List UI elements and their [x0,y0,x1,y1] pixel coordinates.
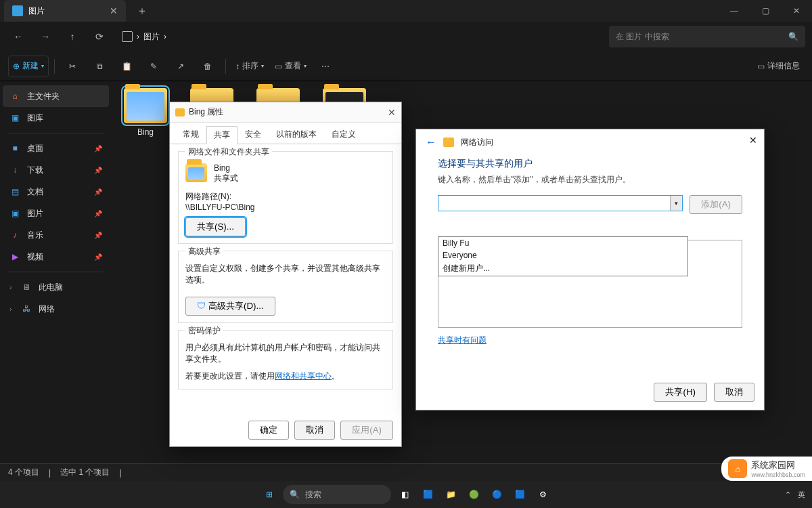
up-button[interactable]: ↑ [61,25,84,48]
taskbar: ⊞ 🔍搜索 ◧ 🟦 📁 🟢 🔵 🟦 ⚙ ⌃ 英 [0,481,812,508]
pin-icon: 📌 [94,210,102,217]
folder-icon [175,108,185,117]
share-confirm-button[interactable]: 共享(H) [654,383,707,402]
dialog-close-button[interactable]: ✕ [749,135,757,146]
video-icon: ▶ [9,251,20,262]
user-combobox[interactable]: ▾ [438,195,683,211]
details-icon: ▭ [757,62,765,71]
ok-button[interactable]: 确定 [248,421,289,440]
back-button[interactable]: ← [7,25,30,48]
task-view-button[interactable]: ◧ [395,485,414,504]
sidebar-item-gallery[interactable]: ▣图库 [3,107,109,129]
sidebar-label: 主文件夹 [27,91,60,102]
search-input[interactable]: 在 图片 中搜索 🔍 [609,26,805,47]
taskbar-app[interactable]: 🔵 [487,485,506,504]
back-button[interactable]: ← [426,136,436,148]
sidebar-item-thispc[interactable]: ›🖥此电脑 [3,276,109,298]
breadcrumb-item[interactable]: 图片 [143,31,160,43]
system-tray[interactable]: ⌃ 英 [785,490,805,500]
view-button[interactable]: ▭ 查看 ▾ [271,56,311,77]
forward-button[interactable]: → [34,25,57,48]
taskbar-app[interactable]: 📁 [441,485,460,504]
sidebar-item-documents[interactable]: ▤文档📌 [3,181,109,203]
sidebar-item-desktop[interactable]: ■桌面📌 [3,137,109,159]
sidebar-label: 图库 [27,112,43,124]
tab-previous[interactable]: 以前的版本 [269,125,324,144]
sort-label: 排序 [242,60,258,72]
folder-bing[interactable]: Bing [118,88,173,137]
new-button[interactable]: ⊕ 新建 ▾ [8,56,49,77]
dropdown-option[interactable]: 创建新用户... [438,261,687,276]
sidebar-label: 桌面 [27,143,43,154]
taskbar-search[interactable]: 🔍搜索 [283,485,391,504]
tab-security[interactable]: 安全 [238,125,269,144]
dropdown-option[interactable]: Billy Fu [438,237,687,249]
new-label: 新建 [22,60,39,72]
gallery-icon: ▣ [9,112,20,123]
lang-indicator[interactable]: 英 [798,490,805,500]
taskbar-app[interactable]: 🟢 [464,485,483,504]
user-input[interactable] [438,196,670,211]
apply-button[interactable]: 应用(A) [340,421,393,440]
folder-icon [185,163,207,182]
tab-custom[interactable]: 自定义 [324,125,363,144]
trouble-link[interactable]: 共享时有问题 [438,335,487,345]
tab-close-button[interactable]: ✕ [110,5,118,16]
dialog-title: Bing 属性 [189,106,223,118]
wizard-subtitle: 键入名称，然后单击"添加"，或者单击箭头查找用户。 [438,174,742,186]
chevron-up-icon[interactable]: ⌃ [785,490,791,499]
minimize-button[interactable]: — [719,0,750,22]
sidebar-item-pictures[interactable]: ▣图片📌 [3,203,109,224]
cancel-button[interactable]: 取消 [714,383,754,402]
dropdown-option[interactable]: Everyone [438,249,687,261]
taskbar-app[interactable]: 🟦 [418,485,437,504]
download-icon: ↓ [9,165,20,175]
sidebar-item-music[interactable]: ♪音乐📌 [3,224,109,246]
pin-icon: 📌 [94,188,102,196]
search-label: 搜索 [305,489,321,501]
sidebar-item-videos[interactable]: ▶视频📌 [3,246,109,268]
paste-icon: 📋 [122,62,132,71]
breadcrumb[interactable]: › 图片 › [122,31,166,43]
share-button[interactable]: ↗ [168,56,193,77]
sidebar-item-network[interactable]: ›🖧网络 [3,298,109,320]
sidebar-item-downloads[interactable]: ↓下载📌 [3,159,109,181]
tab-pictures[interactable]: 图片 ✕ [4,0,126,22]
dialog-close-button[interactable]: ✕ [388,107,396,118]
sort-button[interactable]: ↕ 排序 ▾ [231,56,268,77]
copy-button[interactable]: ⧉ [87,56,112,77]
refresh-button[interactable]: ⟳ [88,25,111,48]
search-placeholder: 在 图片 中搜索 [616,31,669,43]
rename-button[interactable]: ✎ [141,56,166,77]
dropdown-button[interactable]: ▾ [670,196,682,211]
chevron-icon: › [137,32,139,41]
dialog-titlebar[interactable]: Bing 属性 ✕ [170,102,401,123]
tab-add-button[interactable]: ＋ [137,4,148,18]
pictures-icon [12,5,23,16]
paste-button[interactable]: 📋 [114,56,139,77]
start-button[interactable]: ⊞ [260,485,279,504]
tab-general[interactable]: 常规 [175,125,206,144]
nav-row: ← → ↑ ⟳ › 图片 › 在 图片 中搜索 🔍 [0,22,812,51]
add-button[interactable]: 添加(A) [690,195,742,214]
tab-share[interactable]: 共享 [206,126,238,144]
close-button[interactable]: ✕ [781,0,812,22]
pwd-line1: 用户必须具有此计算机的用户帐户和密码，才能访问共享文件夹。 [185,342,386,365]
separator [54,59,55,74]
advanced-share-button[interactable]: 🛡高级共享(D)... [185,297,275,316]
share-button[interactable]: 共享(S)... [185,217,246,236]
delete-button[interactable]: 🗑 [196,56,220,77]
pin-icon: 📌 [94,232,102,239]
details-button[interactable]: ▭ 详细信息 [753,56,804,77]
document-icon: ▤ [9,186,20,197]
taskbar-app[interactable]: 🟦 [510,485,529,504]
sidebar-item-home[interactable]: ⌂主文件夹 [3,85,109,107]
more-button[interactable]: ⋯ [313,56,338,77]
network-center-link[interactable]: 网络和共享中心 [275,371,332,381]
group-title: 网络文件和文件夹共享 [185,146,272,158]
cancel-button[interactable]: 取消 [294,421,335,440]
cut-button[interactable]: ✂ [60,56,85,77]
taskbar-app[interactable]: ⚙ [533,485,552,504]
folder-name: Bing [214,163,238,173]
maximize-button[interactable]: ▢ [750,0,781,22]
